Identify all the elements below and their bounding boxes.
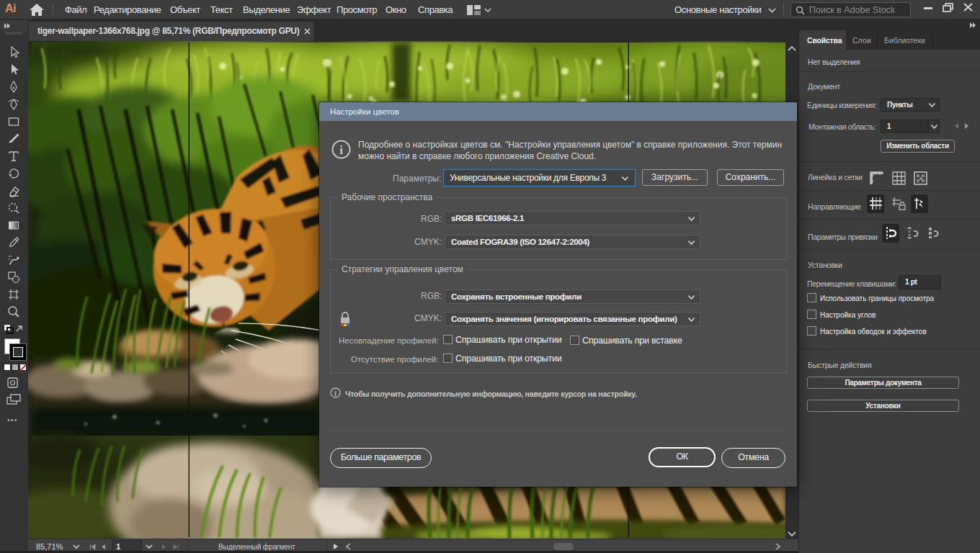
svg-text:i: i (334, 390, 337, 397)
svg-text:i: i (339, 143, 343, 157)
